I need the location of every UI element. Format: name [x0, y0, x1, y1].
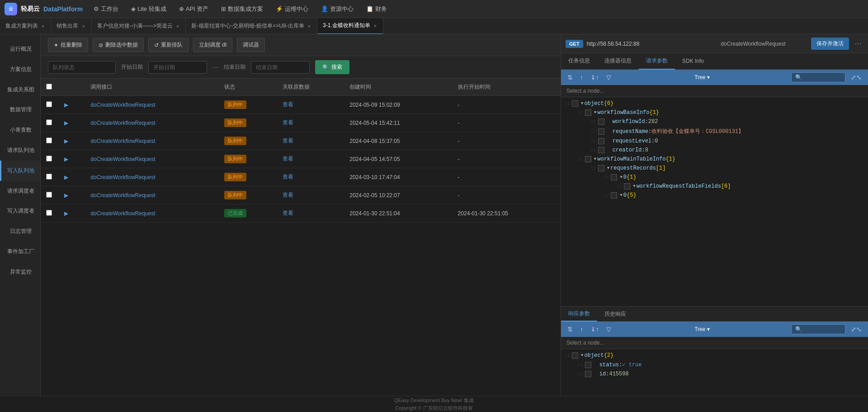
tab-close-0[interactable]: ×: [41, 24, 45, 29]
sidebar-item-plan[interactable]: 方案信息: [0, 59, 40, 80]
tree-node-checkbox[interactable]: [598, 165, 604, 171]
tree-node[interactable]: ::▼workflowBaseInfo {1}: [561, 108, 868, 117]
row-checkbox-2[interactable]: [46, 137, 52, 143]
batch-delete-button[interactable]: ✦ 批量删除: [48, 38, 88, 52]
row-ref-4[interactable]: 查看: [277, 168, 344, 186]
row-ref-0[interactable]: 查看: [277, 96, 344, 114]
row-ref-6[interactable]: 查看: [277, 204, 344, 223]
tree-node[interactable]: ::requestLevel : 0: [561, 137, 868, 146]
tab-sdk-info[interactable]: SDK Info: [675, 53, 711, 70]
tree-node-checkbox[interactable]: [585, 362, 591, 368]
tab-request-params[interactable]: 请求参数: [639, 53, 675, 70]
resp-filter-btn[interactable]: ▽: [604, 325, 613, 334]
tree-node-checkbox[interactable]: [611, 192, 617, 199]
tab-2[interactable]: 客户信息对接-小满——>简道云 ×: [92, 18, 186, 34]
more-options-button[interactable]: ⋯: [853, 39, 863, 48]
requeue-button[interactable]: ↺ 重新排队: [148, 38, 189, 52]
tree-search-input[interactable]: [791, 72, 845, 82]
tree-node-checkbox[interactable]: [598, 118, 604, 125]
sidebar-item-data[interactable]: 数据管理: [0, 99, 40, 120]
tab-connector-info[interactable]: 连接器信息: [597, 53, 639, 70]
tree-collapse-btn[interactable]: ↑: [578, 73, 585, 82]
tab-response-params[interactable]: 响应参数: [561, 306, 597, 322]
tree-node-checkbox[interactable]: [624, 183, 630, 189]
debug-button[interactable]: 调试器: [237, 38, 265, 52]
tab-0[interactable]: 集成方案列表 ×: [0, 18, 51, 34]
tree-node-checkbox[interactable]: [585, 156, 591, 162]
nav-finance[interactable]: 📋 财务: [364, 5, 389, 13]
search-button[interactable]: 🔍 搜索: [315, 60, 349, 74]
delete-selected-button[interactable]: ⊘ 删除选中数据: [93, 38, 144, 52]
tree-expand-icon-btn[interactable]: ⤢⤡: [849, 73, 863, 82]
row-checkbox-6[interactable]: [46, 210, 52, 216]
tab-task-info[interactable]: 任务信息: [561, 53, 597, 70]
tab-history-response[interactable]: 历史响应: [597, 306, 633, 322]
row-ref-5[interactable]: 查看: [277, 186, 344, 204]
sidebar-item-request-queue[interactable]: 请求队列池: [0, 140, 40, 161]
tree-expand-all-btn[interactable]: ⇅: [566, 73, 575, 82]
row-ref-1[interactable]: 查看: [277, 114, 344, 132]
tree-node[interactable]: ::▼workflowMainTableInfo {1}: [561, 155, 868, 164]
resp-collapse-btn[interactable]: ↑: [578, 325, 585, 334]
tree-node[interactable]: ::creatorId : 8: [561, 146, 868, 155]
tab-1[interactable]: 销售出库 ×: [51, 18, 91, 34]
row-checkbox-4[interactable]: [46, 174, 52, 180]
save-activate-button[interactable]: 保存并激活: [811, 38, 849, 50]
tree-node-checkbox[interactable]: [598, 138, 604, 144]
tree-sort-btn[interactable]: ⇓↑: [589, 73, 601, 82]
tab-close-1[interactable]: ×: [81, 24, 85, 29]
tree-node[interactable]: ::▼object {6}: [561, 99, 868, 108]
sidebar-item-overview[interactable]: 运行概况: [0, 39, 40, 59]
nav-workbench[interactable]: ⚙ 工作台: [92, 5, 120, 13]
row-ref-2[interactable]: 查看: [277, 132, 344, 150]
tab-close-3[interactable]: ×: [307, 24, 311, 29]
tree-node-checkbox[interactable]: [572, 100, 578, 107]
sidebar-item-logs[interactable]: 日志管理: [0, 221, 40, 242]
tree-filter-btn[interactable]: ▽: [604, 73, 613, 82]
tree-node[interactable]: ::workflowId : 282: [561, 117, 868, 126]
tab-close-2[interactable]: ×: [175, 24, 180, 29]
tree-node[interactable]: ::▼requestRecords [1]: [561, 164, 868, 173]
nav-api[interactable]: ⊕ API 资产: [177, 5, 211, 13]
tree-node-checkbox[interactable]: [598, 128, 604, 135]
row-checkbox-3[interactable]: [46, 156, 52, 161]
resp-tree-node[interactable]: ::▼object {2}: [561, 351, 868, 360]
tree-node-checkbox[interactable]: [598, 147, 604, 153]
row-checkbox-0[interactable]: [46, 101, 52, 107]
end-date-input[interactable]: [251, 61, 310, 74]
nav-data[interactable]: ⊞ 数据集成方案: [219, 5, 265, 13]
nav-resource[interactable]: 👤 资源中心: [319, 5, 355, 13]
row-checkbox-5[interactable]: [46, 192, 52, 198]
app-logo[interactable]: 云 轻易云 DataPlatform: [5, 3, 83, 15]
sidebar-item-write-queue[interactable]: 写入队列池: [0, 161, 40, 181]
sidebar-item-request-scheduler[interactable]: 请求调度者: [0, 181, 40, 201]
tab-4[interactable]: 3-1.金蝶收料通知单 ×: [317, 18, 383, 34]
resp-tree-node[interactable]: ::id : 415598: [561, 369, 868, 379]
tab-close-4[interactable]: ×: [373, 23, 377, 28]
tab-3[interactable]: 新-领星结算中心-交易明细-赔偿单=>U8-出库单 ×: [186, 18, 317, 34]
tree-node-checkbox[interactable]: [585, 109, 591, 116]
queue-status-input[interactable]: [48, 61, 116, 74]
sidebar-item-relation[interactable]: 集成关系图: [0, 80, 40, 100]
tree-node[interactable]: ::▼0 {5}: [561, 191, 868, 200]
resp-expand-all-btn[interactable]: ⇅: [566, 325, 575, 334]
sidebar-item-anomaly[interactable]: 异常监控: [0, 262, 40, 282]
resp-tree-node[interactable]: ::status : ✓ true: [561, 360, 868, 369]
resp-tree-search-input[interactable]: [791, 324, 845, 334]
start-date-input[interactable]: [148, 61, 207, 74]
resp-expand-icon-btn[interactable]: ⤢⤡: [849, 325, 863, 334]
tree-node-checkbox[interactable]: [585, 371, 591, 377]
sidebar-item-write-scheduler[interactable]: 写入调度者: [0, 201, 40, 221]
tree-node[interactable]: ::▼workflowRequestTableFields [6]: [561, 182, 868, 191]
row-checkbox-1[interactable]: [46, 119, 52, 125]
select-all-checkbox[interactable]: [46, 84, 52, 90]
schedule-button[interactable]: 立刻调度 dt: [193, 38, 232, 52]
tree-node-checkbox[interactable]: [611, 174, 617, 180]
sidebar-item-query[interactable]: 小青查数: [0, 120, 40, 140]
nav-lite[interactable]: ◈ Lite 轻集成: [129, 5, 168, 13]
nav-ops[interactable]: ⚡ 运维中心: [274, 5, 310, 13]
resp-sort-btn[interactable]: ⇓↑: [589, 325, 601, 334]
tree-node[interactable]: ::▼0 {1}: [561, 173, 868, 182]
row-ref-3[interactable]: 查看: [277, 150, 344, 168]
sidebar-item-event-factory[interactable]: 事件加工厂: [0, 242, 40, 262]
